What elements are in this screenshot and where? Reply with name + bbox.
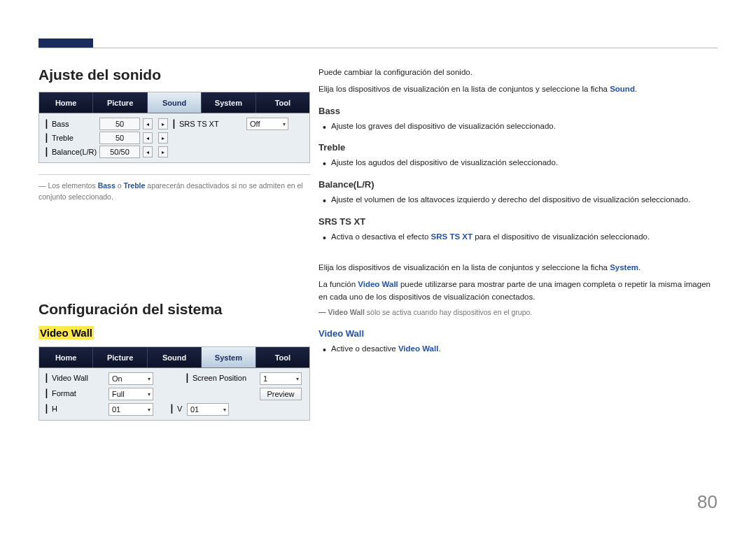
treble-step-left[interactable]: ◂ bbox=[143, 132, 153, 143]
section-sound-title: Ajuste del sonido bbox=[38, 66, 310, 83]
tab-sound[interactable]: Sound bbox=[148, 92, 202, 113]
videowall-desc: Active o desactive Video Wall. bbox=[331, 343, 718, 356]
tab2-tool[interactable]: Tool bbox=[256, 347, 309, 367]
balance-value[interactable]: 50/50 bbox=[99, 146, 140, 158]
v-dropdown[interactable]: 01 bbox=[187, 403, 229, 416]
treble-desc: Ajuste los agudos del dispositivo de vis… bbox=[331, 157, 718, 169]
srs-desc: Activa o desactiva el efecto SRS TS XT p… bbox=[331, 231, 718, 244]
sound-intro-1: Puede cambiar la configuración del sonid… bbox=[318, 66, 718, 79]
videowall-heading: Video Wall bbox=[318, 328, 718, 339]
balance-step-right[interactable]: ▸ bbox=[158, 146, 168, 157]
tab-tool[interactable]: Tool bbox=[256, 92, 309, 113]
tab-system[interactable]: System bbox=[202, 92, 255, 113]
srs-label: SRS TS XT bbox=[174, 120, 244, 129]
balance-label: Balance(L/R) bbox=[46, 148, 97, 157]
h-label: H bbox=[46, 405, 106, 414]
bass-desc: Ajuste los graves del dispositivo de vis… bbox=[331, 120, 718, 133]
h-dropdown[interactable]: 01 bbox=[108, 403, 153, 416]
tab2-home[interactable]: Home bbox=[39, 347, 93, 367]
tab2-sound[interactable]: Sound bbox=[148, 347, 202, 367]
screenpos-dropdown[interactable]: 1 bbox=[260, 372, 302, 385]
preview-button[interactable]: Preview bbox=[260, 388, 302, 400]
treble-step-right[interactable]: ▸ bbox=[158, 132, 168, 143]
sys-note: ― Video Wall sólo se activa cuando hay d… bbox=[318, 307, 718, 318]
sys-desc: La función Video Wall puede utilizarse p… bbox=[318, 279, 718, 304]
bass-heading: Bass bbox=[318, 106, 718, 116]
format-dropdown[interactable]: Full bbox=[108, 388, 153, 400]
sound-panel: Home Picture Sound System Tool Bass 50 ◂… bbox=[38, 92, 310, 163]
header-rule bbox=[38, 48, 718, 48]
header-marker bbox=[38, 38, 93, 48]
format-label: Format bbox=[46, 389, 106, 398]
videowall-label: Video Wall bbox=[46, 374, 106, 383]
tab-home[interactable]: Home bbox=[39, 92, 93, 113]
video-wall-subheading: Video Wall bbox=[38, 326, 94, 339]
system-tabs: Home Picture Sound System Tool bbox=[39, 347, 309, 368]
treble-label: Treble bbox=[46, 134, 97, 143]
srs-heading: SRS TS XT bbox=[318, 216, 718, 227]
bass-label: Bass bbox=[46, 120, 97, 129]
divider bbox=[38, 174, 310, 175]
tab2-picture[interactable]: Picture bbox=[93, 347, 147, 367]
sound-intro-2: Elija los dispositivos de visualización … bbox=[318, 83, 718, 96]
page-number: 80 bbox=[697, 491, 718, 513]
treble-heading: Treble bbox=[318, 142, 718, 153]
tab2-system[interactable]: System bbox=[202, 347, 255, 367]
section-system-title: Configuración del sistema bbox=[38, 301, 310, 318]
balance-desc: Ajuste el volumen de los altavoces izqui… bbox=[331, 194, 718, 206]
bass-step-right[interactable]: ▸ bbox=[158, 118, 168, 129]
sys-intro: Elija los dispositivos de visualización … bbox=[318, 262, 718, 274]
v-label: V bbox=[172, 405, 184, 414]
sound-footnote: ― Los elementos Bass o Treble aparecerán… bbox=[38, 181, 310, 203]
system-panel: Home Picture Sound System Tool Video Wal… bbox=[38, 346, 310, 421]
treble-value[interactable]: 50 bbox=[99, 132, 140, 144]
sound-tabs: Home Picture Sound System Tool bbox=[39, 92, 309, 113]
balance-step-left[interactable]: ◂ bbox=[143, 146, 153, 157]
videowall-dropdown[interactable]: On bbox=[108, 372, 153, 385]
bass-step-left[interactable]: ◂ bbox=[143, 118, 153, 129]
bass-value[interactable]: 50 bbox=[99, 118, 140, 130]
srs-dropdown[interactable]: Off bbox=[246, 118, 288, 130]
screenpos-label: Screen Position bbox=[187, 374, 257, 383]
balance-heading: Balance(L/R) bbox=[318, 179, 718, 190]
tab-picture[interactable]: Picture bbox=[93, 92, 147, 113]
